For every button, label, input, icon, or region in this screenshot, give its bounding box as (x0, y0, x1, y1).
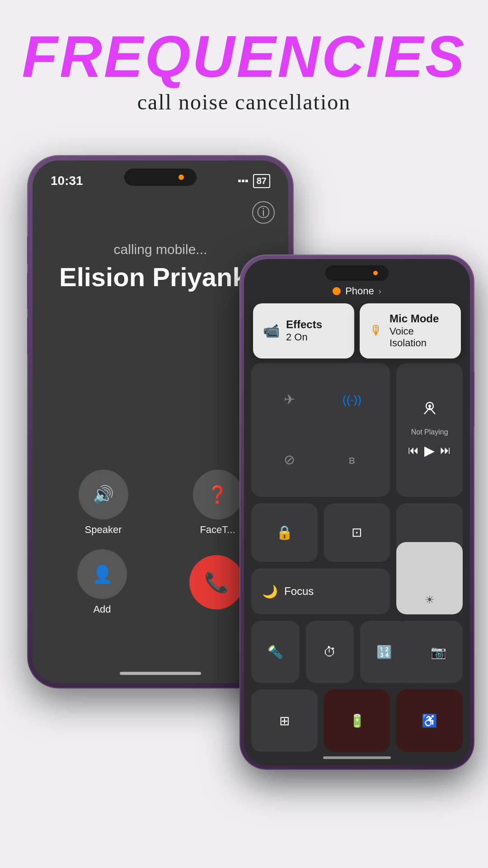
qr-code-button[interactable]: ⊞ (251, 689, 318, 752)
control-pills-row: 📹 Effects 2 On 🎙 Mic Mode Voice Isolatio… (253, 303, 461, 359)
accessibility-icon: ♿ (422, 713, 437, 728)
lock-rotation-icon: 🔒 (276, 526, 293, 539)
effects-pill[interactable]: 📹 Effects 2 On (253, 303, 354, 359)
info-button[interactable]: ⓘ (252, 201, 275, 224)
airplane-mode-button[interactable]: ✈ (258, 370, 320, 429)
no-interruption-button[interactable]: ⊘ (258, 430, 320, 490)
timer-icon: ⏱ (324, 645, 336, 660)
effects-subtitle: 2 On (286, 331, 322, 343)
add-icon-circle: 👤 (77, 549, 127, 599)
live-activity-dot (178, 175, 184, 180)
play-button[interactable]: ▶ (424, 443, 435, 458)
flashlight-button[interactable]: 🔦 (251, 621, 300, 683)
last-tools-row: ⊞ 🔋 ♿ (251, 689, 463, 752)
small-phone: Phone › 📹 Effects 2 On 🎙 Mic Mode Voice (239, 255, 474, 770)
effects-text: Effects 2 On (286, 318, 322, 343)
focus-filter-icon: ⊘ (284, 453, 295, 467)
facetime-label: FaceT... (200, 524, 235, 536)
contact-name: Elision Priyanka (50, 262, 271, 292)
mic-subtitle: Voice Isolation (389, 326, 451, 349)
add-button[interactable]: 👤 Add (77, 549, 127, 615)
dynamic-island-small (325, 265, 389, 281)
status-time: 10:31 (51, 174, 83, 188)
wifi-button[interactable]: ((·)) (321, 370, 383, 429)
airplane-icon: ✈ (284, 393, 295, 406)
forward-button[interactable]: ⏭ (440, 444, 451, 457)
low-power-button[interactable]: 🔋 (324, 689, 390, 752)
end-call-button[interactable]: 📞 (189, 555, 244, 609)
focus-label: Focus (284, 585, 314, 598)
calculator-button[interactable]: 🔢 (360, 621, 408, 683)
speaker-button[interactable]: 🔊 Speaker (79, 470, 128, 536)
accessibility-button[interactable]: ♿ (396, 689, 463, 752)
connectivity-group: ✈ ((·)) ⊘ ʙ (251, 363, 390, 497)
phones-area: 10:31 ▪▪▪ 87 ⓘ calling mobile... Elision… (0, 128, 488, 824)
lock-orientation-button[interactable]: 🔒 (251, 503, 318, 562)
phone-banner-label: Phone (345, 285, 374, 297)
rewind-button[interactable]: ⏮ (408, 444, 419, 457)
small-live-dot (373, 271, 378, 275)
chevron-right-icon: › (379, 287, 381, 296)
add-person-icon: 👤 (92, 564, 113, 584)
focus-button[interactable]: 🌙 Focus (251, 568, 390, 614)
signal-icon: ▪▪▪ (238, 175, 248, 187)
effects-icon: 📹 (263, 323, 280, 339)
effects-title: Effects (286, 318, 322, 331)
facetime-icon: ❓ (207, 485, 228, 505)
speaker-icon-circle: 🔊 (79, 470, 128, 519)
bluetooth-icon: ʙ (348, 454, 355, 466)
calling-status: calling mobile... (114, 242, 207, 257)
control-center-grid: ✈ ((·)) ⊘ ʙ (251, 363, 463, 752)
camera-icon: 📷 (431, 645, 446, 660)
end-call-circle: 📞 (189, 555, 244, 609)
app-subtitle: call noise cancellation (0, 90, 488, 114)
mic-text: Mic Mode Voice Isolation (389, 312, 451, 349)
mic-icon: 🎙 (370, 323, 383, 339)
dynamic-island-large (124, 169, 197, 186)
calculator-icon: 🔢 (376, 645, 392, 660)
phone-banner-dot (333, 287, 341, 295)
facetime-icon-circle: ❓ (193, 470, 243, 519)
add-label: Add (93, 604, 111, 615)
now-playing-widget: Not Playing ⏮ ▶ ⏭ (396, 363, 463, 497)
home-indicator-large (120, 672, 201, 675)
screen-mirror-icon: ⊡ (352, 526, 362, 539)
battery-widget: 87 (253, 174, 270, 188)
camera-button[interactable]: 📷 (415, 621, 463, 683)
screen-mirror-button[interactable]: ⊡ (324, 503, 390, 562)
home-indicator-small (323, 756, 391, 759)
speaker-icon: 🔊 (93, 485, 114, 505)
bluetooth-button[interactable]: ʙ (321, 430, 383, 490)
brightness-slider[interactable]: ☀ (396, 503, 463, 615)
qr-icon: ⊞ (279, 713, 290, 728)
phone-call-banner[interactable]: Phone › (244, 285, 470, 297)
flashlight-icon: 🔦 (267, 645, 283, 660)
end-call-icon: 📞 (204, 571, 229, 594)
header: FREQUENCIES call noise cancellation (0, 0, 488, 128)
not-playing-text: Not Playing (411, 428, 448, 436)
timer-button[interactable]: ⏱ (306, 621, 354, 683)
moon-icon: 🌙 (262, 584, 278, 599)
mic-mode-pill[interactable]: 🎙 Mic Mode Voice Isolation (360, 303, 461, 359)
brightness-icon: ☀ (425, 594, 435, 606)
mic-title: Mic Mode (389, 312, 451, 326)
facetime-button[interactable]: ❓ FaceT... (193, 470, 243, 536)
airplay-icon (422, 401, 438, 422)
app-title: FREQUENCIES (0, 27, 488, 86)
battery-low-icon: 🔋 (349, 713, 365, 728)
small-phone-screen: Phone › 📹 Effects 2 On 🎙 Mic Mode Voice (244, 259, 470, 765)
speaker-label: Speaker (85, 524, 122, 536)
media-controls: ⏮ ▶ ⏭ (408, 443, 451, 458)
bottom-tools-row: 🔦 ⏱ 🔢 📷 (251, 621, 463, 683)
status-icons: ▪▪▪ 87 (238, 174, 270, 188)
wifi-icon: ((·)) (343, 394, 361, 406)
